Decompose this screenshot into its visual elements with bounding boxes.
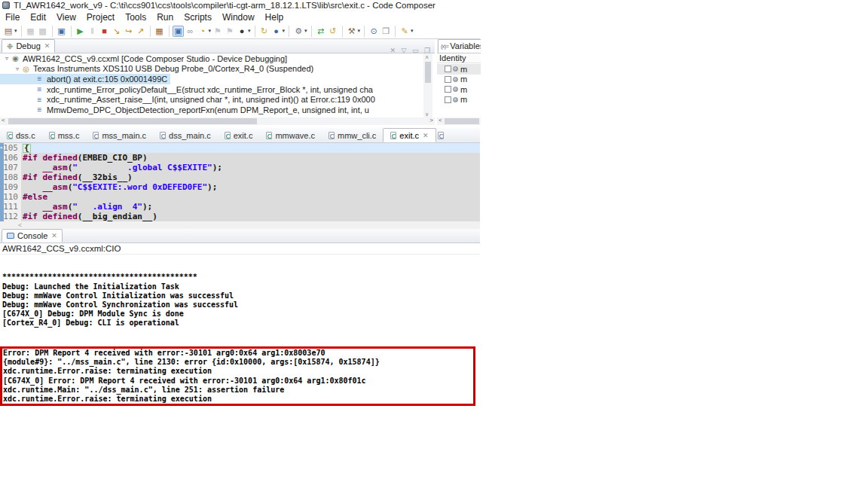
expander-chevron-icon[interactable]: ▿ xyxy=(14,66,21,72)
scroll-up-icon[interactable]: ∧ xyxy=(425,54,429,60)
close-icon[interactable]: ✕ xyxy=(51,232,57,239)
variable-row[interactable]: m xyxy=(437,75,481,85)
flash-dropdown-icon[interactable]: ▾ xyxy=(248,28,251,34)
profiling-dropdown-icon[interactable]: ▾ xyxy=(209,28,212,34)
checkbox[interactable] xyxy=(445,96,451,103)
menu-project[interactable]: Project xyxy=(81,12,120,23)
scroll-left-icon[interactable]: < xyxy=(439,117,442,124)
new-file-icon[interactable]: ▤ xyxy=(3,26,14,37)
code-line[interactable]: 108#if defined(__32bis__) xyxy=(0,172,480,182)
menu-scripts[interactable]: Scripts xyxy=(179,12,217,23)
registers-icon[interactable]: ▦ xyxy=(154,26,165,37)
variable-name: m xyxy=(460,85,467,94)
resume-icon[interactable]: ▶ xyxy=(75,26,86,37)
variable-row[interactable]: m xyxy=(437,64,481,75)
connect-target-dropdown-icon[interactable]: ▾ xyxy=(283,28,286,34)
breakpoint-skip2-icon[interactable]: ⚑ xyxy=(225,26,236,37)
connect-target-icon[interactable]: ● xyxy=(270,26,282,37)
build-hammer-dropdown-icon[interactable]: ▾ xyxy=(358,28,361,34)
code-line[interactable]: 110#else xyxy=(0,192,480,202)
menu-tools[interactable]: Tools xyxy=(120,12,151,23)
debug-horizontal-scrollbar[interactable]: < > xyxy=(0,117,435,125)
debug-view-toggle-icon[interactable]: ▣ xyxy=(173,26,184,37)
reset-icon[interactable]: ↺ xyxy=(327,26,338,37)
step-into-icon[interactable]: ↘ xyxy=(111,26,122,37)
close-icon[interactable]: ✕ xyxy=(423,132,429,139)
cio-console-icon[interactable]: ▣ xyxy=(56,26,67,37)
debug-tree-row[interactable]: ≡abort() at exit.c:105 0x0001499C xyxy=(0,74,170,84)
debug-call-stack-tree: ▿◉AWR1642_CCS_v9.ccxml [Code Composer St… xyxy=(0,53,423,118)
console-line: [C674X_0] Debug: DPM Module Sync is done xyxy=(0,310,480,319)
debug-tree-label: AWR1642_CCS_v9.ccxml [Code Composer Stud… xyxy=(23,54,287,63)
profiling-icon[interactable]: ◔ xyxy=(197,26,208,37)
step-over-icon[interactable]: ↪ xyxy=(123,26,134,37)
menu-run[interactable]: Run xyxy=(151,12,179,23)
tab-console[interactable]: Console ✕ xyxy=(2,229,63,242)
flash-icon[interactable]: ● xyxy=(237,26,248,37)
tab-variables[interactable]: (x)= Variables xyxy=(438,39,481,53)
close-icon[interactable]: ✕ xyxy=(44,42,50,50)
editor-tab-exit.c[interactable]: exit.c xyxy=(218,128,260,142)
step-filters-icon[interactable]: ⇄ xyxy=(315,26,326,37)
breakpoint-skip-icon[interactable]: ⚑ xyxy=(212,26,224,37)
pin-highlight-icon[interactable]: ✎ xyxy=(399,26,411,37)
code-editor[interactable]: ▸ 105{106#if defined(EMBED_CIO_BP)107 __… xyxy=(0,143,480,221)
pin-highlight-dropdown-icon[interactable]: ▾ xyxy=(411,28,414,34)
editor-tab-mss_main.c[interactable]: mss_main.c xyxy=(86,128,153,142)
expander-chevron-icon[interactable]: ▿ xyxy=(3,55,11,62)
menu-edit[interactable]: Edit xyxy=(25,12,51,23)
code-line[interactable]: 111 __asm(" .align 4"); xyxy=(0,202,480,212)
ccs-window: TI_AWR1642_work_v9 - C:\ti\ccs901\ccs\to… xyxy=(0,0,868,488)
editor-tab-partial[interactable] xyxy=(436,128,448,142)
scroll-left-icon[interactable]: < xyxy=(2,117,5,124)
variable-row[interactable]: m xyxy=(437,95,481,105)
restart-icon[interactable]: ↻ xyxy=(258,26,270,37)
save-icon[interactable]: ▦ xyxy=(25,26,36,37)
menu-help[interactable]: Help xyxy=(260,12,289,23)
editor-tabbar: dss.cmss.cmss_main.cdss_main.cexit.cmmwa… xyxy=(0,128,480,143)
checkbox[interactable] xyxy=(445,66,451,72)
debug-view-tabbar: ❉ Debug ✕ ✕ ▽ ▭ ❐ xyxy=(0,39,435,53)
code-line[interactable]: 105{ xyxy=(0,143,480,153)
toolbar-separator xyxy=(342,26,343,37)
variables-column-identity[interactable]: Identity xyxy=(437,53,481,63)
debug-tree-row[interactable]: ≡xdc_runtime_Assert_raise__I(int, unsign… xyxy=(0,94,423,105)
build-hammer-icon[interactable]: ⚒ xyxy=(346,26,357,37)
editor-tab-dss_main.c[interactable]: dss_main.c xyxy=(153,128,218,142)
debug-tree-row[interactable]: ≡MmwDemo_DPC_ObjectDetection_reportFxn(e… xyxy=(0,105,423,115)
variable-row[interactable]: m xyxy=(437,84,481,95)
tab-debug[interactable]: ❉ Debug ✕ xyxy=(2,39,55,53)
checkbox[interactable] xyxy=(445,86,451,93)
editor-horizontal-scrollbar[interactable]: < xyxy=(0,221,480,229)
open-window-icon[interactable]: ❐ xyxy=(381,26,392,37)
link-with-editor-icon[interactable]: ∞ xyxy=(185,26,196,37)
code-line[interactable]: 112#if defined(__big_endian__) xyxy=(0,212,480,221)
menu-view[interactable]: View xyxy=(51,12,81,23)
editor-tab-dss.c[interactable]: dss.c xyxy=(0,128,42,142)
code-line[interactable]: 106#if defined(EMBED_CIO_BP) xyxy=(0,153,480,163)
debug-tree-row[interactable]: ▿◎Texas Instruments XDS110 USB Debug Pro… xyxy=(0,64,423,75)
menu-file[interactable]: File xyxy=(0,12,25,23)
new-file-dropdown-icon[interactable]: ▾ xyxy=(14,28,17,34)
code-line[interactable]: 107 __asm(" .global C$$EXITE"); xyxy=(0,163,480,172)
debug-tree-row[interactable]: ▿◉AWR1642_CCS_v9.ccxml [Code Composer St… xyxy=(0,53,423,64)
save-all-icon[interactable]: ▩ xyxy=(37,26,48,37)
step-return-icon[interactable]: ↗ xyxy=(135,26,146,37)
editor-tab-mmwave.c[interactable]: mmwave.c xyxy=(259,128,322,142)
checkbox[interactable] xyxy=(445,76,451,83)
debug-vertical-scrollbar[interactable]: ∧ ∨ xyxy=(423,53,432,118)
variables-horizontal-scrollbar[interactable]: < xyxy=(437,117,481,125)
scroll-down-icon[interactable]: ∨ xyxy=(425,111,429,117)
editor-tab-exit.c[interactable]: exit.c✕ xyxy=(383,128,436,142)
menu-window[interactable]: Window xyxy=(217,12,260,23)
editor-tab-mss.c[interactable]: mss.c xyxy=(42,128,87,142)
search-icon[interactable]: ⊙ xyxy=(368,26,380,37)
debug-tree-row[interactable]: ≡xdc_runtime_Error_policyDefault__E(stru… xyxy=(0,84,423,95)
suspend-icon[interactable]: ‖ xyxy=(87,26,98,37)
terminate-icon[interactable]: ■ xyxy=(99,26,110,37)
debug-config-gear-icon[interactable]: ⚙ xyxy=(293,26,304,37)
scroll-right-icon[interactable]: > xyxy=(429,117,433,124)
code-line[interactable]: 109 __asm("C$$EXITE:.word 0xDEFED0FE"); xyxy=(0,182,480,192)
editor-tab-mmw_cli.c[interactable]: mmw_cli.c xyxy=(322,128,383,142)
debug-config-gear-dropdown-icon[interactable]: ▾ xyxy=(304,28,307,34)
